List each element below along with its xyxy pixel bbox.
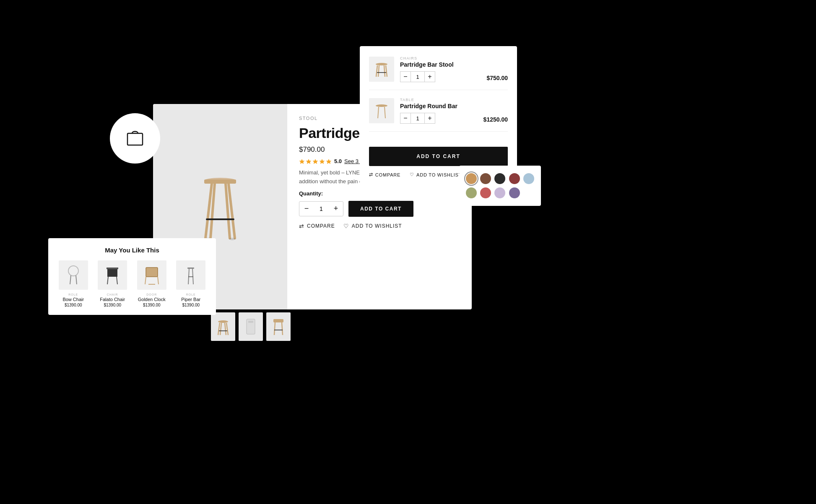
rating-number: 5.0 <box>334 158 342 164</box>
thumbnail-3[interactable] <box>266 312 291 341</box>
svg-marker-10 <box>299 159 305 164</box>
svg-line-34 <box>378 107 379 118</box>
cart-compare-link[interactable]: ⇄ COMPARE <box>369 172 400 177</box>
cart-item-2-increase[interactable]: + <box>424 113 435 124</box>
svg-line-18 <box>220 323 221 335</box>
svg-line-35 <box>385 107 385 118</box>
star-2 <box>306 158 312 164</box>
svg-line-16 <box>218 323 220 335</box>
svg-line-38 <box>76 275 77 284</box>
cart-item-2-image <box>369 98 394 123</box>
cart-item-2-qty-row: − + <box>400 113 478 124</box>
svg-rect-47 <box>187 268 194 269</box>
swatch-grid <box>466 173 534 198</box>
swatch-purple[interactable] <box>509 187 520 198</box>
compare-link[interactable]: ⇄ COMPARE <box>299 223 335 229</box>
swatch-dark-red[interactable] <box>509 173 520 184</box>
rec-item-1[interactable]: CHAIR Falato Chair $1390.00 <box>95 260 130 307</box>
thumb-fabric-icon <box>243 316 258 338</box>
svg-rect-43 <box>146 268 158 277</box>
swatch-warm-beige[interactable] <box>466 173 477 184</box>
star-3 <box>312 158 318 164</box>
quantity-label: Quantity: <box>299 190 460 197</box>
product-action-row: ⇄ COMPARE ♡ ADD TO WISHLIST <box>299 223 460 229</box>
cart-item-2-price: $1250.00 <box>483 116 508 124</box>
cart-item-2-qty-input[interactable] <box>411 113 424 124</box>
cart-item-2-name: Partridge Round Bar <box>400 103 478 109</box>
rec-falato-chair-icon <box>103 264 122 286</box>
thumbnails-row <box>211 312 291 341</box>
cart-stool-icon <box>373 60 390 78</box>
cart-item-1-decrease[interactable]: − <box>400 71 411 82</box>
svg-line-25 <box>282 322 283 335</box>
star-1 <box>299 158 305 164</box>
swatch-black[interactable] <box>494 173 505 184</box>
svg-line-30 <box>378 65 379 77</box>
svg-line-44 <box>145 277 146 284</box>
thumbnail-1[interactable] <box>211 312 235 341</box>
svg-rect-0 <box>127 133 143 145</box>
cart-item-1-qty-input[interactable] <box>411 71 424 82</box>
swatch-olive[interactable] <box>466 187 477 198</box>
quantity-increase-button[interactable]: + <box>329 202 343 216</box>
quantity-control: − + <box>299 201 343 216</box>
rec-item-0[interactable]: ROLE Bow Chair $1390.00 <box>56 260 91 307</box>
rec-item-2-image <box>137 260 166 290</box>
swatch-panel <box>459 166 541 206</box>
svg-line-37 <box>70 275 71 284</box>
thumbnail-2[interactable] <box>239 312 263 341</box>
cart-bubble[interactable] <box>110 113 160 164</box>
swatch-light-blue[interactable] <box>523 173 534 184</box>
svg-marker-12 <box>313 159 318 164</box>
rec-item-1-image <box>98 260 127 290</box>
add-to-cart-button[interactable]: ADD TO CART <box>348 201 413 217</box>
svg-point-9 <box>229 238 235 240</box>
cart-add-to-cart-button[interactable]: ADD TO CART <box>369 147 508 166</box>
wishlist-link[interactable]: ♡ ADD TO WISHLIST <box>343 223 402 229</box>
svg-point-33 <box>376 104 387 107</box>
cart-item-1-image <box>369 57 394 82</box>
cart-item-2: TABLE Partridge Round Bar − + $1250.00 <box>369 98 508 132</box>
cart-item-1-increase[interactable]: + <box>424 71 435 82</box>
svg-line-41 <box>107 277 108 284</box>
cart-wishlist-link[interactable]: ♡ ADD TO WISHLIST <box>410 172 462 177</box>
rec-item-2[interactable]: DOOR Golden Clock $1390.00 <box>134 260 169 307</box>
rec-golden-clock-icon <box>143 264 161 286</box>
rec-item-0-cat: ROLE <box>68 293 78 296</box>
quantity-decrease-button[interactable]: − <box>299 202 314 216</box>
svg-line-45 <box>158 277 159 284</box>
compare-icon: ⇄ <box>299 223 304 229</box>
rec-item-3-image <box>176 260 205 290</box>
star-5 <box>326 158 332 164</box>
svg-line-42 <box>117 277 117 284</box>
quantity-add-row: − + ADD TO CART <box>299 201 460 217</box>
cart-icon <box>124 127 146 149</box>
svg-line-29 <box>386 65 387 77</box>
svg-line-24 <box>274 322 275 335</box>
cart-item-1-details: CHAIRS Partridge Bar Stool − + <box>400 56 481 82</box>
swatch-coral[interactable] <box>480 187 491 198</box>
swatch-brown[interactable] <box>480 173 491 184</box>
rec-item-2-price: $1390.00 <box>143 303 161 307</box>
cart-item-1: CHAIRS Partridge Bar Stool − + $750.00 <box>369 56 508 90</box>
svg-marker-11 <box>306 159 312 164</box>
svg-marker-14 <box>326 159 332 164</box>
rec-item-0-price: $1390.00 <box>65 303 82 307</box>
stars <box>299 158 332 164</box>
svg-point-15 <box>218 320 228 323</box>
cart-compare-icon: ⇄ <box>369 172 373 177</box>
rec-bow-chair-icon <box>64 264 83 286</box>
recommendations-list: ROLE Bow Chair $1390.00 CHAIR Falato Cha… <box>56 260 208 307</box>
cart-item-2-details: TABLE Partridge Round Bar − + <box>400 98 478 124</box>
swatch-lavender[interactable] <box>494 187 505 198</box>
svg-point-36 <box>68 266 78 276</box>
cart-item-2-decrease[interactable]: − <box>400 113 411 124</box>
svg-rect-22 <box>248 321 253 323</box>
heart-icon: ♡ <box>343 223 349 229</box>
rec-item-1-name: Falato Chair <box>100 297 125 302</box>
quantity-input[interactable] <box>314 205 329 212</box>
svg-line-28 <box>376 65 377 77</box>
rec-item-3[interactable]: ROLE Piper Bar $1390.00 <box>174 260 209 307</box>
cart-heart-icon: ♡ <box>410 172 414 177</box>
thumb-side-icon <box>271 316 286 338</box>
